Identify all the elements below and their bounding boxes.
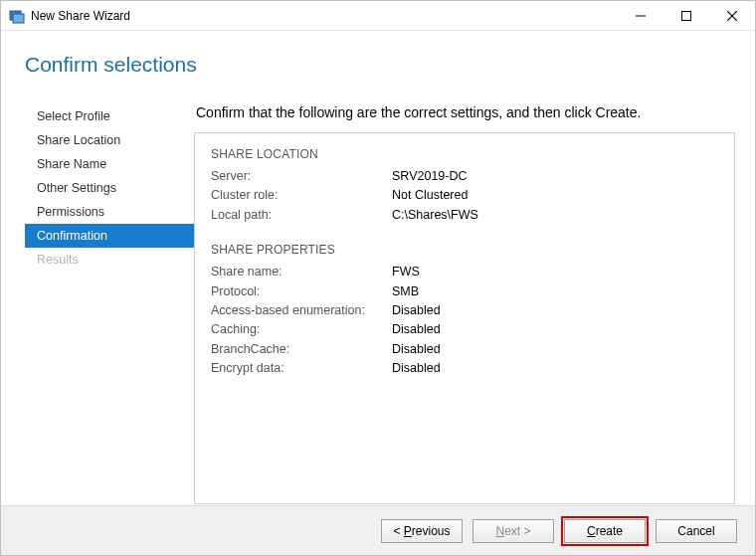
label-abe: Access-based enumeration: bbox=[211, 301, 392, 320]
next-rest: ext > bbox=[504, 524, 530, 538]
instruction-text: Confirm that the following are the corre… bbox=[196, 104, 735, 120]
next-button: Next > bbox=[472, 519, 554, 543]
create-hotkey: C bbox=[587, 524, 596, 538]
value-share-name: FWS bbox=[392, 263, 420, 281]
step-confirmation[interactable]: Confirmation bbox=[25, 224, 194, 248]
svg-rect-3 bbox=[682, 11, 691, 20]
cancel-button[interactable]: Cancel bbox=[656, 519, 737, 543]
row-protocol: Protocol: SMB bbox=[211, 282, 718, 301]
summary-panel: SHARE LOCATION Server: SRV2019-DC Cluste… bbox=[194, 132, 735, 504]
label-protocol: Protocol: bbox=[211, 282, 392, 301]
row-caching: Caching: Disabled bbox=[211, 320, 718, 339]
row-abe: Access-based enumeration: Disabled bbox=[211, 301, 718, 320]
label-local-path: Local path: bbox=[211, 206, 392, 225]
window-controls bbox=[618, 1, 755, 30]
row-encrypt: Encrypt data: Disabled bbox=[211, 359, 718, 378]
value-branchcache: Disabled bbox=[392, 340, 441, 359]
window-title: New Share Wizard bbox=[31, 9, 130, 23]
step-other-settings[interactable]: Other Settings bbox=[25, 176, 194, 200]
label-encrypt: Encrypt data: bbox=[211, 359, 392, 378]
section-share-properties: SHARE PROPERTIES Share name: FWS Protoco… bbox=[211, 243, 718, 378]
maximize-button[interactable] bbox=[663, 1, 709, 30]
step-results: Results bbox=[25, 248, 194, 272]
close-button[interactable] bbox=[709, 1, 755, 30]
row-cluster-role: Cluster role: Not Clustered bbox=[211, 186, 718, 205]
titlebar: New Share Wizard bbox=[1, 1, 755, 31]
main-content: Confirm that the following are the corre… bbox=[194, 104, 735, 504]
next-hotkey: N bbox=[495, 524, 504, 538]
value-server: SRV2019-DC bbox=[392, 167, 468, 186]
section-title-location: SHARE LOCATION bbox=[211, 147, 718, 161]
value-encrypt: Disabled bbox=[392, 359, 441, 378]
previous-rest: revious bbox=[412, 524, 451, 538]
step-permissions[interactable]: Permissions bbox=[25, 200, 194, 224]
minimize-button[interactable] bbox=[618, 1, 663, 30]
section-title-properties: SHARE PROPERTIES bbox=[211, 243, 718, 257]
previous-hotkey: P bbox=[404, 524, 412, 538]
row-branchcache: BranchCache: Disabled bbox=[211, 340, 718, 359]
previous-button[interactable]: < Previous bbox=[381, 519, 463, 543]
row-server: Server: SRV2019-DC bbox=[211, 167, 718, 186]
button-bar: < Previous Next > Create Cancel bbox=[1, 505, 755, 555]
create-rest: reate bbox=[596, 524, 623, 538]
wizard-steps: Select Profile Share Location Share Name… bbox=[25, 104, 194, 504]
label-cluster-role: Cluster role: bbox=[211, 186, 392, 205]
value-protocol: SMB bbox=[392, 282, 419, 301]
value-cluster-role: Not Clustered bbox=[392, 186, 468, 205]
value-local-path: C:\Shares\FWS bbox=[392, 206, 478, 225]
step-select-profile[interactable]: Select Profile bbox=[25, 104, 194, 128]
label-caching: Caching: bbox=[211, 320, 392, 339]
label-server: Server: bbox=[211, 167, 392, 186]
section-share-location: SHARE LOCATION Server: SRV2019-DC Cluste… bbox=[211, 147, 718, 225]
page-title: Confirm selections bbox=[1, 31, 755, 77]
label-branchcache: BranchCache: bbox=[211, 340, 392, 359]
create-button[interactable]: Create bbox=[564, 519, 646, 543]
value-caching: Disabled bbox=[392, 320, 441, 339]
label-share-name: Share name: bbox=[211, 263, 392, 281]
svg-rect-1 bbox=[13, 14, 24, 23]
value-abe: Disabled bbox=[392, 301, 441, 320]
row-local-path: Local path: C:\Shares\FWS bbox=[211, 206, 718, 225]
row-share-name: Share name: FWS bbox=[211, 263, 718, 281]
step-share-location[interactable]: Share Location bbox=[25, 128, 194, 152]
app-icon bbox=[9, 8, 25, 24]
step-share-name[interactable]: Share Name bbox=[25, 152, 194, 176]
previous-prefix: < bbox=[393, 524, 403, 538]
